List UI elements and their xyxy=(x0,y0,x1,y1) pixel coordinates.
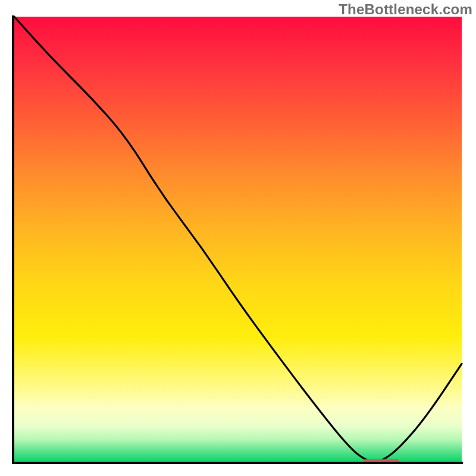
chart-canvas: TheBottleneck.com xyxy=(0,0,476,476)
bottleneck-curve xyxy=(14,17,462,462)
x-axis xyxy=(12,462,463,464)
watermark-text: TheBottleneck.com xyxy=(339,1,472,18)
y-axis xyxy=(12,15,14,463)
bottleneck-curve-path xyxy=(14,17,462,462)
